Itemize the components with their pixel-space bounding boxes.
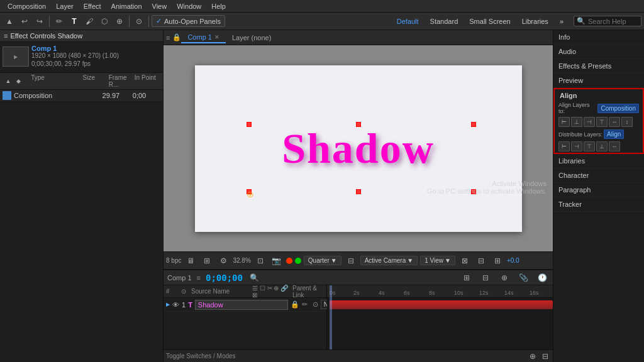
layer-row-comp[interactable]: Composition 29.97 0;00 [0, 90, 163, 102]
tl-ctrl-4[interactable]: 📎 [516, 271, 530, 285]
pen-tool-btn[interactable]: ✏ [52, 14, 66, 28]
tl-bottom-btn-1[interactable]: ⊕ [528, 351, 538, 361]
align-bottom-btn[interactable]: ↕ [621, 117, 633, 127]
menu-animation[interactable]: Animation [106, 1, 147, 11]
align-h-center-btn[interactable]: ⊥ [571, 117, 582, 127]
align-v-center-btn[interactable]: ↔ [609, 117, 620, 127]
timeline-layer-list: # ⊙ Source Name ☰ ☐ ✂ ⊕ 🔗 ⊠ Parent & Lin… [164, 285, 327, 349]
tl-ctrl-2[interactable]: ⊟ [479, 271, 492, 285]
brush-tool-btn[interactable]: 🖌 [82, 14, 96, 28]
activate-line1: Activate Windows [427, 180, 547, 187]
transparency-btn[interactable]: ⊞ [491, 254, 504, 268]
text-tool-btn[interactable]: T [67, 14, 81, 28]
pixel-aspect-btn[interactable]: ⊟ [474, 254, 488, 268]
right-panel-character[interactable]: Character [553, 168, 644, 183]
tl-name-col: Source Name [191, 288, 250, 295]
toggle-switches-label[interactable]: Toggle Switches / Modes [166, 353, 236, 359]
region-of-interest-btn[interactable]: ⊟ [344, 254, 358, 268]
redo-btn[interactable]: ↪ [33, 14, 47, 28]
camera-dropdown[interactable]: Active Camera ▼ [360, 256, 418, 265]
undo-btn[interactable]: ↩ [18, 14, 31, 28]
timeline-bottom-bar: Toggle Switches / Modes ⊕ ⊟ [164, 349, 553, 362]
tl-layer-name-input[interactable] [195, 300, 288, 310]
zoom-level[interactable]: 32.8% [233, 257, 250, 264]
workspace-standard[interactable]: Standard [425, 16, 464, 26]
dist-right-btn[interactable]: ⊤ [584, 141, 595, 151]
bit-depth-label[interactable]: 8 bpc [166, 257, 181, 264]
right-panel-paragraph[interactable]: Paragraph [553, 183, 644, 197]
panel-menu-icon-viewer[interactable]: ≡ [166, 34, 170, 41]
timeline-panel-menu[interactable]: ≡ [197, 274, 201, 282]
viewer-color-btn[interactable] [286, 258, 292, 264]
exposure-label[interactable]: +0.0 [507, 257, 519, 264]
toolbar-sep-2 [129, 16, 130, 27]
timeline-timecode[interactable]: 0;00;00 [206, 273, 243, 283]
right-panel-effects[interactable]: Effects & Presets [553, 59, 644, 74]
comp-tab-close[interactable]: ✕ [214, 34, 219, 40]
comp-name-label: Comp 1 [31, 45, 119, 52]
tl-lock-icon[interactable]: 🔒 [291, 300, 299, 309]
tl-layer-eye-icon[interactable]: 👁 [172, 301, 179, 309]
align-layers-to-label: Align Layers to: [558, 102, 596, 114]
timeline-header: Comp 1 ≡ 0;00;00 🔍 ⊞ ⊟ ⊕ 📎 🕐 [164, 270, 553, 285]
distribute-value[interactable]: Align [604, 129, 624, 139]
zoom-fit-btn[interactable]: ⊡ [253, 254, 267, 268]
workspace-more[interactable]: » [555, 16, 569, 26]
dist-left-btn[interactable]: ⊢ [558, 141, 570, 151]
right-panel-audio[interactable]: Audio [553, 45, 644, 59]
workspace-small-screen[interactable]: Small Screen [464, 16, 515, 26]
tl-ctrl-3[interactable]: ⊕ [497, 271, 511, 285]
viewer-settings-btn[interactable]: ⚙ [216, 254, 230, 268]
timeline-search-btn[interactable]: 🔍 [248, 271, 262, 285]
viewer-green-btn[interactable] [295, 258, 301, 264]
menu-layer[interactable]: Layer [51, 1, 79, 11]
layer-color-swatch [3, 91, 11, 100]
comp-tab[interactable]: Comp 1 ✕ [181, 32, 226, 43]
workspace-default[interactable]: Default [392, 16, 424, 26]
quality-dropdown[interactable]: Quarter ▼ [304, 256, 341, 265]
right-panel-info[interactable]: Info [553, 30, 644, 45]
align-right-btn[interactable]: ⊣ [584, 117, 595, 127]
align-left-btn[interactable]: ⊢ [558, 117, 570, 127]
camera-tool-btn[interactable]: ⊙ [132, 14, 146, 28]
dist-top-btn[interactable]: ⊥ [596, 141, 608, 151]
tl-ctrl-5[interactable]: 🕐 [535, 271, 549, 285]
align-composition-dropdown[interactable]: Composition [597, 104, 639, 113]
right-panel-preview[interactable]: Preview [553, 74, 644, 88]
right-panel-libraries[interactable]: Libraries [553, 154, 644, 168]
stereo-btn[interactable]: ⊠ [458, 254, 472, 268]
sort-btn[interactable]: ▲ [4, 77, 13, 85]
tl-layer-expand-btn[interactable]: ▶ [166, 300, 170, 309]
menu-view[interactable]: View [147, 1, 172, 11]
timeline-area: Comp 1 ≡ 0;00;00 🔍 ⊞ ⊟ ⊕ 📎 🕐 # ⊙ Sou [164, 269, 553, 362]
menu-help[interactable]: Help [206, 1, 231, 11]
viewer-grid-btn[interactable]: ⊞ [200, 254, 214, 268]
menu-effect[interactable]: Effect [79, 1, 106, 11]
tl-parent-col: Parent & Link [292, 285, 324, 299]
tl-bottom-btn-2[interactable]: ⊟ [540, 351, 550, 361]
dist-v-btn[interactable]: ↔ [609, 141, 620, 151]
ruler-14s: 14s [504, 290, 514, 296]
search-input[interactable] [588, 18, 638, 25]
menu-composition[interactable]: Composition [3, 1, 51, 11]
dist-h-center-btn[interactable]: ⊣ [571, 141, 582, 151]
align-top-btn[interactable]: ⊤ [596, 117, 608, 127]
tl-switches-col: ☰ ☐ ✂ ⊕ 🔗 ⊠ [252, 285, 290, 299]
sort-btn-2[interactable]: ◆ [14, 77, 23, 85]
panel-menu-icon[interactable]: ≡ [4, 32, 8, 40]
right-panel-tracker[interactable]: Tracker [553, 197, 644, 212]
toolbar-sep-3 [148, 16, 149, 27]
viewer-monitor-btn[interactable]: 🖥 [184, 254, 197, 268]
selection-tool-btn[interactable]: ▲ [3, 14, 16, 28]
workspace-libraries[interactable]: Libraries [517, 16, 553, 26]
menu-window[interactable]: Window [172, 1, 206, 11]
ruler-16s: 16s [530, 290, 539, 296]
shape-tool-btn[interactable]: ⬡ [97, 14, 111, 28]
align-buttons-row: ⊢ ⊥ ⊣ ⊤ ↔ ↕ [555, 116, 643, 128]
viewer-snapshot-btn[interactable]: 📷 [270, 254, 284, 268]
puppet-tool-btn[interactable]: ⊕ [113, 14, 126, 28]
view-dropdown[interactable]: 1 View ▼ [420, 256, 455, 265]
tl-edit-icon[interactable]: ✏ [302, 300, 308, 309]
tl-ctrl-1[interactable]: ⊞ [460, 271, 474, 285]
auto-open-panels-toggle[interactable]: ✓ Auto-Open Panels [152, 15, 225, 27]
